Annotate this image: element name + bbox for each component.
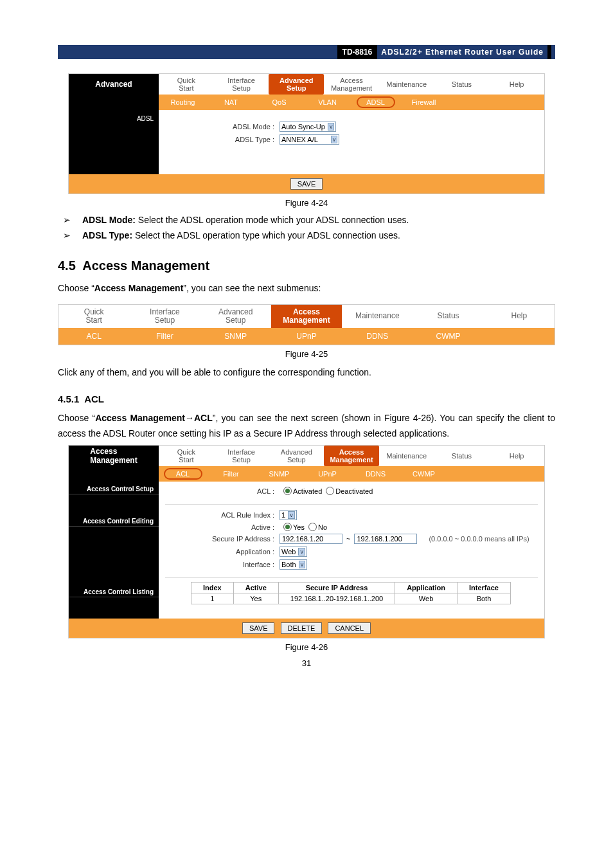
- section-4-5-1-heading: 4.5.1 ACL: [58, 393, 555, 404]
- tab-quick-start[interactable]: Quick Start: [159, 446, 214, 466]
- section-4-5-intro: Choose “Access Management”, you can see …: [58, 281, 555, 296]
- subtab-upnp[interactable]: UPnP: [271, 328, 342, 345]
- th-active: Active: [233, 583, 278, 593]
- subtab-acl[interactable]: ACL: [159, 466, 207, 482]
- tab-advanced-setup[interactable]: Advanced Setup: [269, 446, 324, 466]
- subtab-firewall[interactable]: Firewall: [400, 95, 448, 110]
- label-application: Application :: [165, 548, 280, 556]
- text-activated: Activated: [293, 487, 322, 495]
- tab-advanced-setup[interactable]: Advanced Setup: [269, 74, 324, 95]
- subtab-snmp[interactable]: SNMP: [200, 328, 271, 345]
- figure-4-26-caption: Figure 4-26: [58, 642, 555, 652]
- select-adsl-mode[interactable]: Auto Sync-Up v: [280, 122, 336, 132]
- select-interface[interactable]: Both v: [280, 559, 307, 570]
- th-secure-ip: Secure IP Address: [278, 583, 395, 593]
- ip-range-hint: (0.0.0.0 ~ 0.0.0.0 means all IPs): [429, 535, 529, 543]
- section-access-control-editing: Access Control Editing: [69, 514, 159, 527]
- tab-interface-setup[interactable]: Interface Setup: [214, 74, 269, 95]
- radio-acl-activated[interactable]: [283, 487, 292, 495]
- chevron-down-icon: v: [331, 136, 338, 143]
- tilde-separator: ~: [346, 535, 350, 543]
- page-number: 31: [58, 658, 555, 668]
- subtab-snmp[interactable]: SNMP: [255, 466, 303, 482]
- acl-listing-table: Index Active Secure IP Address Applicati…: [191, 582, 511, 604]
- subtab-vlan[interactable]: VLAN: [303, 95, 351, 110]
- cancel-button[interactable]: CANCEL: [328, 622, 371, 634]
- tab-status[interactable]: Status: [434, 74, 490, 95]
- tab-help[interactable]: Help: [489, 446, 544, 466]
- text-deactivated: Deactivated: [335, 487, 373, 495]
- label-rule-index: ACL Rule Index :: [165, 511, 280, 519]
- tab-quick-start[interactable]: Quick Start: [58, 305, 129, 328]
- radio-acl-deactivated[interactable]: [326, 487, 334, 495]
- sub-nav-spacer: [69, 466, 159, 482]
- radio-active-no[interactable]: [308, 523, 317, 531]
- table-row: 1 Yes 192.168.1..20-192.168.1..200 Web B…: [191, 593, 511, 604]
- th-application: Application: [395, 583, 458, 593]
- save-button[interactable]: SAVE: [290, 178, 323, 190]
- doc-header-model: TD-8816: [337, 45, 378, 59]
- tab-maintenance[interactable]: Maintenance: [342, 305, 413, 328]
- section-4-5-heading: 4.5 Access Management: [58, 258, 555, 273]
- bullet-adsl-mode: ➢ ADSL Mode: Select the ADSL operation m…: [58, 214, 555, 227]
- input-ip-to[interactable]: 192.168.1.200: [354, 534, 417, 544]
- select-adsl-type[interactable]: ANNEX A/L v: [280, 134, 339, 145]
- subtab-routing[interactable]: Routing: [159, 95, 207, 110]
- subtab-filter[interactable]: Filter: [129, 328, 200, 345]
- side-label-adsl: ADSL: [69, 110, 159, 174]
- tab-quick-start[interactable]: Quick Start: [159, 74, 214, 95]
- chevron-down-icon: v: [298, 548, 305, 556]
- section-title-access-management: Access Management: [69, 446, 159, 466]
- subtab-nat[interactable]: NAT: [207, 95, 255, 110]
- subtab-adsl[interactable]: ADSL: [351, 95, 400, 110]
- subtab-upnp[interactable]: UPnP: [303, 466, 351, 482]
- tab-interface-setup[interactable]: Interface Setup: [214, 446, 269, 466]
- label-adsl-type: ADSL Type :: [165, 136, 280, 143]
- tab-access-management[interactable]: Access Management: [324, 74, 379, 95]
- tab-maintenance[interactable]: Maintenance: [379, 446, 434, 466]
- figure-4-25: Quick Start Interface Setup Advanced Set…: [58, 304, 555, 345]
- chevron-down-icon: v: [288, 511, 295, 519]
- subtab-cwmp[interactable]: CWMP: [400, 466, 448, 482]
- tab-help[interactable]: Help: [484, 305, 555, 328]
- radio-active-yes[interactable]: [283, 523, 292, 531]
- input-ip-from[interactable]: 192.168.1.20: [280, 534, 342, 544]
- arrow-bullet-icon: ➢: [58, 230, 82, 242]
- tab-access-management[interactable]: Access Management: [271, 305, 342, 328]
- subtab-ddns[interactable]: DDNS: [351, 466, 400, 482]
- figure-4-24-caption: Figure 4-24: [58, 198, 555, 208]
- delete-button[interactable]: DELETE: [281, 622, 323, 634]
- tab-help[interactable]: Help: [489, 74, 544, 95]
- chevron-down-icon: v: [299, 561, 306, 568]
- tab-status[interactable]: Status: [413, 305, 483, 328]
- subtab-qos[interactable]: QoS: [255, 95, 303, 110]
- th-index: Index: [191, 583, 234, 593]
- tab-interface-setup[interactable]: Interface Setup: [129, 305, 200, 328]
- table-header-row: Index Active Secure IP Address Applicati…: [191, 583, 511, 593]
- label-adsl-mode: ADSL Mode :: [165, 123, 280, 131]
- chevron-down-icon: v: [328, 123, 335, 131]
- tab-status[interactable]: Status: [434, 446, 490, 466]
- th-interface: Interface: [458, 583, 511, 593]
- bullet-adsl-type: ➢ ADSL Type: Select the ADSL operation t…: [58, 230, 555, 242]
- subtab-cwmp[interactable]: CWMP: [413, 328, 483, 345]
- save-button[interactable]: SAVE: [242, 622, 275, 634]
- figure-4-24: Advanced Quick Start Interface Setup Adv…: [68, 73, 545, 194]
- subtab-ddns[interactable]: DDNS: [342, 328, 413, 345]
- doc-header-endcap: [547, 45, 551, 59]
- click-any-text: Click any of them, and you will be able …: [58, 365, 555, 381]
- tab-maintenance[interactable]: Maintenance: [379, 74, 434, 95]
- tab-access-management[interactable]: Access Management: [324, 446, 379, 466]
- section-title-advanced: Advanced: [69, 74, 159, 95]
- subtab-acl[interactable]: ACL: [58, 328, 129, 345]
- subtab-filter[interactable]: Filter: [207, 466, 255, 482]
- label-interface: Interface :: [165, 561, 280, 568]
- arrow-bullet-icon: ➢: [58, 214, 82, 227]
- label-secure-ip: Secure IP Address :: [165, 535, 280, 543]
- figure-4-26: Access Management Quick Start Interface …: [68, 445, 545, 638]
- section-4-5-1-intro: Choose “Access Management→ACL”, you can …: [58, 411, 555, 442]
- select-rule-index[interactable]: 1 v: [280, 510, 297, 520]
- select-application[interactable]: Web v: [280, 547, 307, 557]
- section-access-control-listing: Access Control Listing: [69, 584, 159, 597]
- tab-advanced-setup[interactable]: Advanced Setup: [200, 305, 271, 328]
